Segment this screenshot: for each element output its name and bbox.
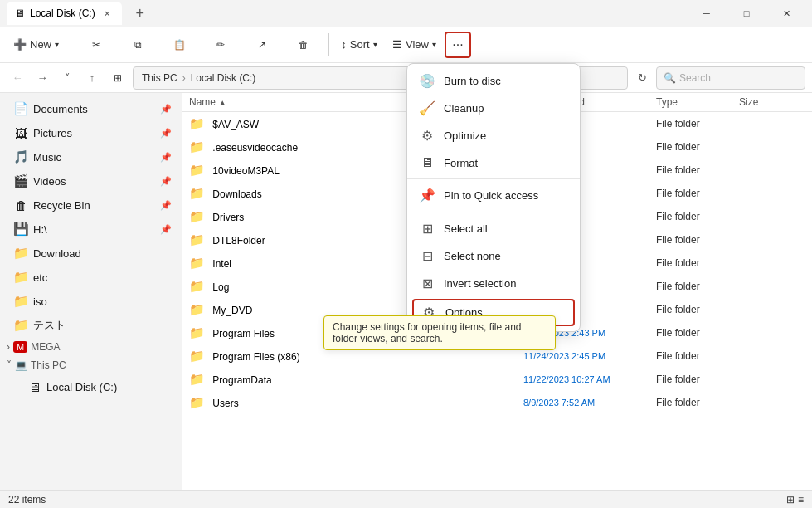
download-folder-icon: 📁 <box>13 246 28 261</box>
view-toggle-icon: ⊞ <box>114 72 122 84</box>
menu-item-invert-selection[interactable]: ⊠ Invert selection <box>407 270 580 297</box>
folder-icon: 📁 <box>189 163 205 177</box>
music-icon: 🎵 <box>13 149 28 164</box>
menu-item-format-label: Format <box>444 157 478 169</box>
sidebar-item-pictures-label: Pictures <box>33 127 72 139</box>
new-button[interactable]: ➕ New ▾ <box>7 30 66 60</box>
sidebar-item-recycle-bin[interactable]: 🗑 Recycle Bin 📌 <box>3 193 178 217</box>
new-tab-button[interactable]: + <box>129 2 152 25</box>
view-toggle-button[interactable]: ⊞ <box>106 63 129 93</box>
cut-button[interactable]: ✂ <box>76 30 116 60</box>
menu-item-burn-label: Burn to disc <box>444 75 501 87</box>
etc-icon: 📁 <box>13 270 28 285</box>
sidebar-section-this-pc[interactable]: ˅ 💻 This PC <box>0 356 182 374</box>
menu-item-pin-label: Pin to Quick access <box>444 189 538 202</box>
share-button[interactable]: ↗ <box>242 30 282 60</box>
file-type-cell: File folder <box>656 374 739 385</box>
menu-item-format[interactable]: 🖥 Format <box>407 149 580 176</box>
sidebar-item-local-disk-label: Local Disk (C:) <box>46 381 117 393</box>
file-type-cell: File folder <box>656 234 739 246</box>
list-view-button[interactable]: ≡ <box>798 494 804 506</box>
file-type-cell: File folder <box>656 257 739 269</box>
forward-button[interactable]: → <box>32 67 53 89</box>
sort-arrow: ▲ <box>218 98 226 107</box>
grid-view-button[interactable]: ⊞ <box>786 494 795 506</box>
sidebar-item-documents[interactable]: 📄 Documents 📌 <box>3 97 178 120</box>
sidebar-section-expand: › <box>7 341 10 353</box>
menu-item-pin-to-quick-access[interactable]: 📌 Pin to Quick access <box>407 182 580 209</box>
search-box[interactable]: 🔍 Search <box>656 66 805 90</box>
sidebar-item-documents-label: Documents <box>33 103 88 115</box>
mega-icon: M <box>13 341 27 353</box>
folder-icon: 📁 <box>189 256 205 270</box>
sidebar-item-music[interactable]: 🎵 Music 📌 <box>3 145 178 169</box>
cut-icon: ✂ <box>92 39 100 51</box>
menu-item-select-none[interactable]: ⊟ Select none <box>407 242 580 270</box>
col-type-header[interactable]: Type <box>656 96 739 108</box>
delete-icon: 🗑 <box>299 39 309 51</box>
menu-item-burn-to-disc[interactable]: 💿 Burn to disc <box>407 67 580 95</box>
file-name-cell: 📁 ProgramData <box>189 372 523 387</box>
nav-down-button[interactable]: ˅ <box>56 67 78 89</box>
burn-icon: 💿 <box>419 73 435 89</box>
folder-icon: 📁 <box>189 232 205 247</box>
sidebar-item-etc-label: etc <box>33 271 47 284</box>
address-local-disk: Local Disk (C:) <box>191 72 256 84</box>
rename-button[interactable]: ✏ <box>201 30 241 60</box>
sidebar-item-etc[interactable]: 📁 etc <box>3 266 178 289</box>
this-pc-icon: 💻 <box>15 359 27 371</box>
refresh-button[interactable]: ↻ <box>631 67 653 89</box>
menu-item-optimize-label: Optimize <box>444 129 486 142</box>
file-type-cell: File folder <box>656 164 739 176</box>
sidebar-item-download[interactable]: 📁 Download <box>3 242 178 265</box>
rename-icon: ✏ <box>216 39 225 51</box>
format-icon: 🖥 <box>419 155 435 170</box>
local-disk-icon: 🖥 <box>27 380 41 394</box>
sidebar-item-h-drive[interactable]: 💾 H:\ 📌 <box>3 217 178 241</box>
col-size-header[interactable]: Size <box>739 96 805 108</box>
close-button[interactable]: ✕ <box>767 0 805 27</box>
view-icon: ☰ <box>392 38 402 51</box>
more-button[interactable]: ··· <box>445 32 471 58</box>
select-none-icon: ⊟ <box>419 248 435 264</box>
folder-icon: 📁 <box>189 325 205 339</box>
file-type-cell: File folder <box>656 211 739 222</box>
sidebar-item-test[interactable]: 📁 テスト <box>3 314 178 337</box>
up-button[interactable]: ↑ <box>81 67 103 89</box>
folder-icon: 📁 <box>189 116 205 130</box>
menu-item-cleanup[interactable]: 🧹 Cleanup <box>407 95 580 122</box>
sort-icon: ↕ <box>341 38 347 51</box>
test-icon: 📁 <box>13 318 28 333</box>
minimize-button[interactable]: ─ <box>688 0 726 27</box>
paste-button[interactable]: 📋 <box>159 30 199 60</box>
status-bar: 22 items ⊞ ≡ <box>0 490 812 508</box>
pictures-icon: 🖼 <box>13 126 28 140</box>
file-type-cell: File folder <box>656 141 739 153</box>
tab-close-button[interactable]: ✕ <box>100 7 114 20</box>
menu-item-select-all[interactable]: ⊞ Select all <box>407 215 580 242</box>
sidebar-item-download-label: Download <box>33 247 81 260</box>
search-placeholder: Search <box>679 72 711 84</box>
file-type-cell: File folder <box>656 281 739 292</box>
table-row[interactable]: 📁 ProgramData 11/22/2023 10:27 AM File f… <box>182 368 812 391</box>
sidebar-item-local-disk[interactable]: 🖥 Local Disk (C:) <box>3 375 178 398</box>
table-row[interactable]: 📁 Users 8/9/2023 7:52 AM File folder <box>182 391 812 414</box>
pin-icon-3: 📌 <box>160 152 172 163</box>
window-controls: ─ □ ✕ <box>688 0 805 27</box>
delete-button[interactable]: 🗑 <box>284 30 323 60</box>
view-button[interactable]: ☰ View ▾ <box>386 30 443 60</box>
sidebar-item-videos[interactable]: 🎬 Videos 📌 <box>3 169 178 193</box>
back-button[interactable]: ← <box>7 67 28 89</box>
title-tab[interactable]: 🖥 Local Disk (C:) ✕ <box>7 2 122 25</box>
copy-button[interactable]: ⧉ <box>118 30 158 60</box>
sort-button[interactable]: ↕ Sort ▾ <box>334 30 384 60</box>
folder-icon: 📁 <box>189 302 205 316</box>
menu-item-invert-label: Invert selection <box>444 277 516 290</box>
menu-item-optimize[interactable]: ⚙ Optimize <box>407 122 580 149</box>
sidebar-item-iso[interactable]: 📁 iso <box>3 290 178 313</box>
sidebar-section-mega[interactable]: › M MEGA <box>0 338 182 356</box>
sidebar-item-pictures[interactable]: 🖼 Pictures 📌 <box>3 121 178 144</box>
file-type-cell: File folder <box>656 327 739 339</box>
sidebar-item-videos-label: Videos <box>33 175 66 188</box>
maximize-button[interactable]: □ <box>727 0 766 27</box>
